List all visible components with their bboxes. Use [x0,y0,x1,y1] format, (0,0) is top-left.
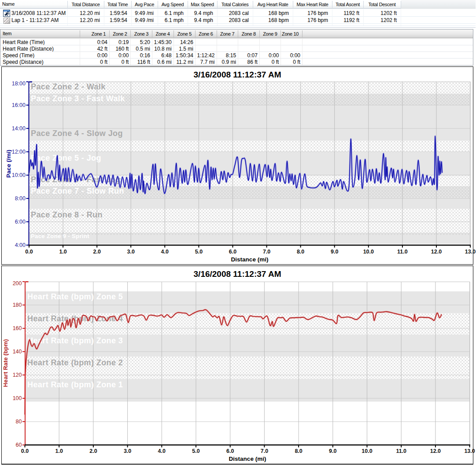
svg-text:9.0: 9.0 [331,249,338,255]
svg-text:7.0: 7.0 [261,448,268,454]
svg-text:100: 100 [13,395,22,401]
svg-text:5.0: 5.0 [195,249,203,255]
svg-text:160: 160 [13,325,22,331]
svg-text:10.0: 10.0 [363,249,374,255]
svg-text:12.0: 12.0 [431,249,442,255]
svg-text:8.0: 8.0 [297,249,304,255]
svg-text:8.0: 8.0 [295,448,302,454]
svg-text:12:00: 12:00 [12,149,26,155]
svg-text:0.0: 0.0 [21,448,29,454]
svg-text:6.0: 6.0 [226,448,234,454]
svg-text:1.0: 1.0 [55,448,63,454]
svg-text:Heart Rate (bpm) Zone 2: Heart Rate (bpm) Zone 2 [27,358,123,367]
svg-text:Pace Zone 7 - Slow Run: Pace Zone 7 - Slow Run [31,187,124,195]
svg-text:10.0: 10.0 [362,448,372,454]
svg-text:9.0: 9.0 [329,448,336,454]
svg-text:180: 180 [13,302,22,308]
svg-text:11.0: 11.0 [396,448,406,454]
svg-text:6.0: 6.0 [229,249,236,255]
svg-text:14:00: 14:00 [12,125,26,132]
svg-text:7.0: 7.0 [263,249,270,255]
svg-text:Heart Rate (bpm): Heart Rate (bpm) [2,339,9,387]
svg-text:60: 60 [16,442,22,448]
svg-text:Pace Zone 8 - Run: Pace Zone 8 - Run [31,210,103,219]
svg-text:12.0: 12.0 [430,448,441,454]
svg-text:Pace Zone 2 - Walk: Pace Zone 2 - Walk [31,82,106,91]
svg-text:Pace Zone 9 - Sprint: Pace Zone 9 - Sprint [31,233,89,239]
svg-text:120: 120 [13,372,22,378]
svg-text:13.0: 13.0 [464,448,475,454]
svg-text:Pace Zone 4 - Slow Jog: Pace Zone 4 - Slow Jog [31,129,123,138]
svg-text:10:00: 10:00 [12,172,26,178]
svg-text:11.0: 11.0 [397,249,408,255]
svg-text:2.0: 2.0 [93,249,101,255]
svg-text:4.0: 4.0 [161,249,169,255]
svg-text:0.0: 0.0 [25,249,33,255]
svg-text:80: 80 [16,419,22,425]
svg-text:Pace (/mi): Pace (/mi) [5,150,12,178]
svg-text:Distance (mi): Distance (mi) [229,456,266,462]
svg-text:6:00: 6:00 [15,219,26,225]
svg-text:2.0: 2.0 [89,448,97,454]
svg-text:3/16/2008 11:12:37 AM: 3/16/2008 11:12:37 AM [194,70,281,79]
svg-text:5.0: 5.0 [192,448,199,454]
svg-text:Heart Rate (bpm) Zone 1: Heart Rate (bpm) Zone 1 [27,380,123,389]
svg-text:16:00: 16:00 [12,102,26,108]
svg-text:4.0: 4.0 [158,448,166,454]
svg-text:Heart Rate (bpm) Zone 5: Heart Rate (bpm) Zone 5 [27,292,123,301]
svg-text:Pace Zone 3 - Fast Walk: Pace Zone 3 - Fast Walk [31,94,125,103]
svg-text:3.0: 3.0 [124,448,131,454]
svg-text:13.0: 13.0 [465,249,476,255]
svg-text:140: 140 [13,349,22,355]
svg-text:200: 200 [13,280,22,287]
svg-text:3/16/2008 11:12:37 AM: 3/16/2008 11:12:37 AM [194,269,281,279]
svg-text:3.0: 3.0 [127,249,135,255]
svg-text:18:00: 18:00 [12,81,26,87]
svg-text:Distance (mi): Distance (mi) [231,256,269,263]
svg-text:1.0: 1.0 [59,249,66,255]
svg-text:4:00: 4:00 [15,242,26,248]
svg-text:8:00: 8:00 [15,195,26,202]
